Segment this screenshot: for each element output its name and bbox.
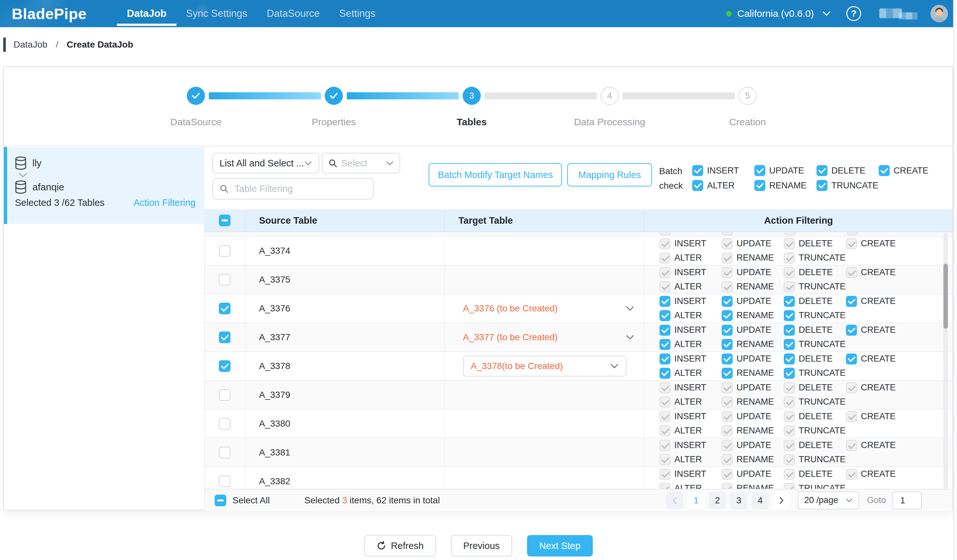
breadcrumb-parent[interactable]: DataJob — [14, 39, 47, 50]
action-checkbox[interactable] — [784, 382, 795, 393]
action-checkbox[interactable] — [784, 396, 795, 407]
nav-item[interactable]: DataJob — [127, 0, 166, 27]
batch-modify-target-names-button[interactable]: Batch Modify Target Names — [429, 163, 562, 186]
source-datasource-row[interactable]: lly — [15, 155, 196, 171]
action-checkbox[interactable] — [784, 469, 795, 480]
brand-logo[interactable]: BladePipe — [12, 5, 87, 23]
row-checkbox[interactable] — [219, 245, 231, 257]
table-filter-input[interactable] — [234, 183, 366, 194]
action-checkbox[interactable] — [816, 165, 828, 176]
row-checkbox[interactable] — [219, 418, 231, 429]
action-checkbox[interactable] — [722, 411, 733, 422]
action-checkbox[interactable] — [660, 396, 671, 407]
select-all-header-checkbox[interactable] — [219, 215, 231, 226]
action-checkbox[interactable] — [722, 281, 733, 292]
action-checkbox[interactable] — [846, 353, 857, 364]
page-scrollbar[interactable] — [953, 0, 957, 560]
action-checkbox[interactable] — [784, 238, 795, 249]
action-checkbox[interactable] — [660, 353, 671, 364]
action-checkbox[interactable] — [846, 238, 857, 249]
action-checkbox[interactable] — [722, 368, 733, 379]
action-checkbox[interactable] — [660, 382, 671, 393]
previous-button[interactable]: Previous — [451, 535, 512, 557]
action-checkbox[interactable] — [846, 382, 857, 393]
action-checkbox[interactable] — [722, 454, 733, 465]
action-checkbox[interactable] — [784, 310, 795, 321]
action-checkbox[interactable] — [692, 165, 703, 176]
action-checkbox[interactable] — [754, 165, 765, 176]
action-checkbox[interactable] — [784, 353, 795, 364]
action-checkbox[interactable] — [660, 368, 671, 379]
next-page-button[interactable] — [773, 492, 790, 509]
action-checkbox[interactable] — [660, 454, 671, 465]
row-checkbox[interactable] — [219, 447, 231, 458]
action-checkbox[interactable] — [784, 368, 795, 379]
action-checkbox[interactable] — [784, 425, 795, 436]
action-checkbox[interactable] — [660, 469, 671, 480]
help-icon[interactable]: ? — [846, 6, 861, 21]
action-checkbox[interactable] — [660, 339, 671, 350]
nav-item[interactable]: Sync Settings — [186, 0, 247, 27]
row-checkbox[interactable] — [219, 331, 231, 343]
action-checkbox[interactable] — [660, 310, 671, 321]
action-checkbox[interactable] — [660, 411, 671, 422]
page-size-select[interactable]: 20 /page — [798, 491, 859, 510]
goto-page-input[interactable] — [892, 491, 922, 510]
action-checkbox[interactable] — [722, 325, 733, 336]
action-checkbox[interactable] — [660, 325, 671, 336]
chevron-down-icon[interactable] — [822, 11, 831, 16]
action-checkbox[interactable] — [784, 339, 795, 350]
page-number-button[interactable]: 2 — [709, 492, 726, 509]
action-checkbox[interactable] — [722, 425, 733, 436]
action-checkbox[interactable] — [722, 310, 733, 321]
action-checkbox[interactable] — [784, 454, 795, 465]
row-checkbox[interactable] — [219, 475, 231, 487]
action-checkbox[interactable] — [754, 180, 765, 191]
action-checkbox[interactable] — [722, 267, 733, 278]
action-checkbox[interactable] — [784, 325, 795, 336]
action-checkbox[interactable] — [879, 165, 890, 176]
next-step-button[interactable]: Next Step — [527, 535, 593, 557]
action-checkbox[interactable] — [660, 281, 671, 292]
page-number-button[interactable]: 1 — [688, 492, 704, 509]
row-checkbox[interactable] — [219, 303, 231, 314]
prev-page-button[interactable] — [666, 492, 683, 509]
action-checkbox[interactable] — [660, 296, 671, 307]
target-table-select[interactable]: A_3377 (to be Created) — [445, 332, 644, 342]
action-checkbox[interactable] — [692, 180, 703, 191]
action-checkbox[interactable] — [722, 469, 733, 480]
target-datasource-row[interactable]: afanqie — [15, 179, 196, 195]
action-checkbox[interactable] — [660, 440, 671, 451]
action-checkbox[interactable] — [784, 296, 795, 307]
action-checkbox[interactable] — [722, 339, 733, 350]
action-checkbox[interactable] — [722, 252, 733, 263]
action-checkbox[interactable] — [846, 325, 857, 336]
action-checkbox[interactable] — [846, 411, 857, 422]
action-checkbox[interactable] — [722, 483, 733, 489]
action-checkbox[interactable] — [846, 296, 857, 307]
page-number-button[interactable]: 4 — [752, 492, 769, 509]
action-checkbox[interactable] — [784, 252, 795, 263]
target-table-select[interactable]: A_3376 (to be Created) — [445, 303, 644, 314]
action-checkbox[interactable] — [660, 238, 671, 249]
action-checkbox[interactable] — [846, 267, 857, 278]
action-checkbox[interactable] — [722, 440, 733, 451]
nav-item[interactable]: DataSource — [267, 0, 320, 27]
action-checkbox[interactable] — [722, 353, 733, 364]
action-checkbox[interactable] — [784, 440, 795, 451]
mapping-rules-button[interactable]: Mapping Rules — [567, 163, 652, 186]
select-all-checkbox[interactable] — [215, 495, 226, 506]
page-number-button[interactable]: 3 — [730, 492, 747, 509]
action-checkbox[interactable] — [784, 267, 795, 278]
action-checkbox[interactable] — [660, 483, 671, 489]
row-checkbox[interactable] — [219, 389, 231, 401]
action-checkbox[interactable] — [784, 483, 795, 489]
action-checkbox[interactable] — [846, 440, 857, 451]
refresh-button[interactable]: Refresh — [364, 535, 436, 557]
action-checkbox[interactable] — [722, 396, 733, 407]
target-table-select[interactable]: A_3378(to be Created) — [463, 356, 627, 377]
env-label[interactable]: California (v0.6.0) — [737, 8, 814, 19]
action-checkbox[interactable] — [660, 267, 671, 278]
action-checkbox[interactable] — [660, 425, 671, 436]
list-mode-select[interactable]: List All and Select ... — [212, 153, 319, 174]
